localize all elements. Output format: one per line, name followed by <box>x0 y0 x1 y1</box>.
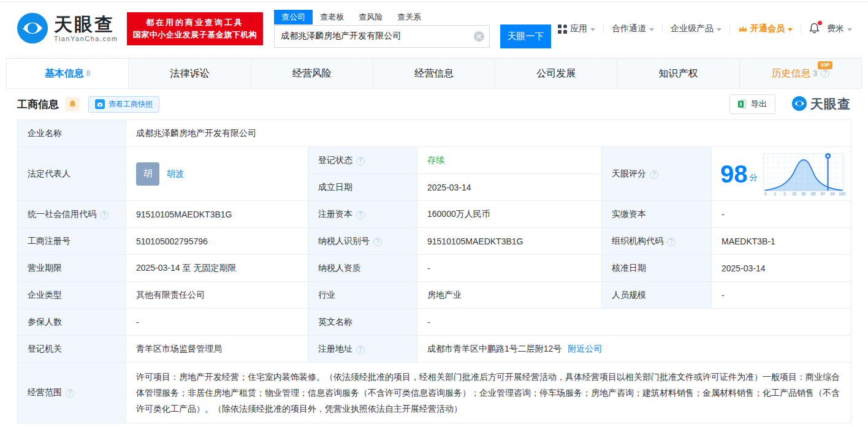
search-button[interactable]: 天眼一下 <box>500 25 551 48</box>
field-value: MAEDKT3B-1 <box>721 236 775 246</box>
company-name-label: 企业名称 <box>18 120 126 147</box>
company-tabbar: 基本信息 8 法律诉讼 经营风险 经营信息 公司发展 知识产权 历史信息 3 ?… <box>6 58 862 89</box>
legal-rep-link[interactable]: 胡波 <box>167 168 184 179</box>
address-value: 成都市青羊区中鹏路1号二层附12号附近公司 <box>417 336 851 363</box>
field-label: 法定代表人 <box>28 168 70 178</box>
est-date-value: 2025-03-14 <box>417 174 602 201</box>
en-name-value: - <box>417 309 851 336</box>
help-icon[interactable]: ? <box>667 238 676 246</box>
field-label: 成立日期 <box>318 182 352 192</box>
field-value: 160000万人民币 <box>427 209 490 219</box>
nearby-companies-link[interactable]: 附近公司 <box>568 344 602 353</box>
nav-username: 费米 <box>827 23 844 34</box>
search-tab-boss[interactable]: 查老板 <box>313 10 351 25</box>
table-row: 企业名称 成都兆泽麟房地产开发有限公司 <box>18 120 851 147</box>
nav-channel-label: 合作通道 <box>612 23 646 34</box>
nav-notifications[interactable] <box>809 23 823 36</box>
avatar[interactable]: 胡 <box>136 162 159 186</box>
search-tab-relation[interactable]: 查关系 <box>390 10 428 25</box>
monitor-bell-icon[interactable] <box>65 97 80 111</box>
score-value: 98 分 <box>712 147 851 201</box>
staff-size-label: 人员规模 <box>602 282 712 309</box>
export-button[interactable]: 导出 <box>729 94 775 114</box>
help-icon[interactable]: ? <box>356 211 365 219</box>
table-row: 经营范围? 许可项目：房地产开发经营；住宅室内装饰装修。（依法须经批准的项目，经… <box>18 363 851 423</box>
svg-text:50: 50 <box>801 191 806 195</box>
tab-label: 法律诉讼 <box>170 67 209 80</box>
paid-capital-value: - <box>712 201 851 228</box>
search-tab-company[interactable]: 查公司 <box>274 10 313 25</box>
industry-value: 房地产业 <box>417 282 602 309</box>
help-icon[interactable]: ? <box>373 238 382 246</box>
reg-capital-label: 注册资本? <box>308 201 417 228</box>
nav-apps[interactable]: 应用 <box>558 23 595 34</box>
search-input[interactable] <box>274 25 490 48</box>
field-value: 青羊区市场监督管理局 <box>136 344 222 353</box>
field-label: 组织机构代码 <box>612 236 663 246</box>
nav-open-vip[interactable]: 开通会员 <box>738 23 793 34</box>
tab-label: 公司发展 <box>536 67 576 80</box>
field-label: 营业期限 <box>28 263 62 273</box>
nav-partner-channel[interactable]: 合作通道 <box>612 23 654 34</box>
nav-user-menu[interactable]: 费米 <box>827 23 852 34</box>
chevron-down-icon <box>717 28 721 34</box>
field-value: 2025-03-14 <box>721 263 766 273</box>
help-icon[interactable]: ? <box>650 170 658 179</box>
field-label: 天眼评分 <box>612 168 646 178</box>
help-icon[interactable]: ? <box>356 346 365 354</box>
field-value: 成都兆泽麟房地产开发有限公司 <box>136 128 256 138</box>
field-label: 统一社会信用代码 <box>28 209 96 219</box>
view-snapshot-button[interactable]: 查看工商快照 <box>88 96 159 113</box>
help-icon[interactable]: ? <box>356 157 365 165</box>
insured-label: 参保人数 <box>18 309 126 336</box>
company-type-value: 其他有限责任公司 <box>126 282 308 309</box>
field-label: 人员规模 <box>612 290 646 300</box>
tab-company-development[interactable]: 公司发展 <box>495 59 617 88</box>
snapshot-label: 查看工商快照 <box>108 99 153 110</box>
paid-capital-label: 实缴资本 <box>602 201 712 228</box>
excel-icon <box>738 99 747 109</box>
field-label: 核准日期 <box>612 263 646 273</box>
company-name-value: 成都兆泽麟房地产开发有限公司 <box>126 120 851 147</box>
divider <box>729 25 730 33</box>
tab-legal-litigation[interactable]: 法律诉讼 <box>129 59 251 88</box>
tab-history-info[interactable]: 历史信息 3 ? VIP <box>740 59 861 88</box>
vip-badge: VIP <box>818 61 833 69</box>
field-value: - <box>136 317 139 327</box>
field-label: 实缴资本 <box>612 209 646 219</box>
insured-value: - <box>126 309 308 336</box>
svg-text:97: 97 <box>820 191 825 195</box>
table-row: 营业期限 2025-03-14 至 无固定期限 纳税人资质 - 核准日期 202… <box>18 255 851 282</box>
slogan-line1: 都在用的商业查询工具 <box>133 17 257 29</box>
uscc-value: 91510105MAEDKT3B1G <box>126 201 308 228</box>
field-label: 纳税人资质 <box>318 263 361 273</box>
field-label: 经营范围 <box>28 387 62 397</box>
export-label: 导出 <box>751 99 767 110</box>
tab-operating-info[interactable]: 经营信息 <box>373 59 495 88</box>
search-tab-risk[interactable]: 查风险 <box>351 10 390 25</box>
scope-label: 经营范围? <box>18 363 126 423</box>
tab-intellectual-property[interactable]: 知识产权 <box>617 59 739 88</box>
svg-text:100: 100 <box>839 191 845 195</box>
help-icon[interactable]: ? <box>100 211 108 219</box>
divider <box>603 25 604 33</box>
tab-label: 经营信息 <box>414 67 454 80</box>
tab-label: 经营风险 <box>292 67 332 80</box>
camera-icon <box>95 99 105 109</box>
help-icon[interactable]: ? <box>66 389 74 398</box>
field-value: 2025-03-14 至 无固定期限 <box>136 263 236 273</box>
search-input-wrap <box>274 25 490 48</box>
tab-basic-info[interactable]: 基本信息 8 <box>7 59 129 88</box>
tianyancha-logo[interactable]: 天眼查 TianYanCha.com <box>16 12 118 47</box>
clear-search-icon[interactable] <box>474 31 484 42</box>
approval-date-value: 2025-03-14 <box>712 255 851 282</box>
help-icon[interactable]: ? <box>821 69 829 78</box>
tab-label: 知识产权 <box>659 67 698 80</box>
staff-size-value: - <box>712 282 851 309</box>
est-date-label: 成立日期 <box>308 174 417 201</box>
nav-enterprise-products[interactable]: 企业级产品 <box>671 23 721 34</box>
tab-operating-risk[interactable]: 经营风险 <box>251 59 373 88</box>
taxpayer-qual-value: - <box>417 255 602 282</box>
chevron-down-icon <box>590 28 595 34</box>
business-info-table: 企业名称 成都兆泽麟房地产开发有限公司 法定代表人 胡 胡波 登记状态? 存续 … <box>17 119 851 423</box>
